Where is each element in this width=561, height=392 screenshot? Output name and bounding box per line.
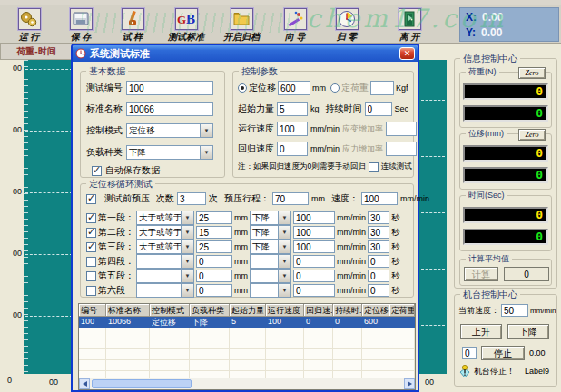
col-header[interactable]: 负载种类 [190, 304, 230, 317]
table-row-selected[interactable]: 100 10066 定位移 下降 5 100 0 0 600 [79, 317, 415, 328]
toolbar-button-exit[interactable]: 离 开 [388, 8, 431, 44]
segment-sec-input[interactable] [368, 240, 389, 253]
segment-checkbox[interactable] [86, 286, 96, 296]
segment-checkbox[interactable] [86, 228, 96, 238]
col-header[interactable]: 持续时.. [333, 304, 362, 317]
toolbar-button-save[interactable]: 保 存 [59, 8, 103, 44]
condition-select[interactable]: 大于或等于 [136, 225, 194, 240]
chevron-down-icon[interactable] [278, 240, 290, 253]
direction-select[interactable]: 下降 [250, 240, 291, 254]
calculate-button[interactable]: 计算 [464, 267, 498, 281]
return-speed-input[interactable] [277, 142, 308, 156]
segment-speed-input[interactable] [293, 226, 335, 239]
toolbar-button-specimen[interactable]: 试 样 [111, 8, 154, 44]
chevron-down-icon[interactable] [181, 226, 193, 239]
fixed-load-radio[interactable] [330, 83, 340, 93]
col-header[interactable]: 起始力量 [230, 304, 266, 317]
fixed-displacement-input[interactable] [278, 81, 310, 95]
fixed-load-input[interactable] [370, 81, 394, 95]
col-header[interactable]: 运行速度 [266, 304, 304, 317]
condition-select[interactable]: 大于或等于 [136, 240, 194, 254]
col-header[interactable]: 定位移 [362, 304, 389, 317]
continuous-test-checkbox[interactable] [369, 162, 379, 172]
col-header[interactable]: 回归速.. [304, 304, 333, 317]
prepress-checkbox[interactable] [86, 194, 96, 204]
direction-select[interactable] [250, 283, 291, 298]
scroll-right-icon[interactable] [404, 378, 415, 389]
chevron-down-icon[interactable] [181, 211, 193, 224]
scroll-left-icon[interactable] [79, 378, 90, 389]
segment-checkbox[interactable] [86, 242, 96, 252]
chevron-down-icon[interactable] [181, 270, 193, 282]
prepress-speed-input[interactable] [361, 192, 398, 205]
chevron-down-icon[interactable] [200, 146, 212, 159]
segment-sec-input[interactable] [368, 270, 389, 282]
dialog-titlebar[interactable]: 系统测试标准 [73, 45, 418, 62]
test-number-input[interactable] [126, 81, 213, 95]
chevron-down-icon[interactable] [278, 270, 290, 282]
up-button[interactable]: 上升 [460, 324, 502, 339]
table-row-empty[interactable] [79, 338, 415, 349]
condition-select[interactable] [136, 254, 194, 269]
load-type-select[interactable]: 下降 [126, 145, 213, 160]
table-row-empty[interactable] [79, 349, 415, 360]
toolbar-button-zero[interactable]: 归 零 [325, 8, 369, 44]
direction-select[interactable] [250, 254, 291, 269]
segment-speed-input[interactable] [293, 284, 335, 297]
control-mode-select[interactable]: 定位移 [126, 123, 213, 138]
down-button[interactable]: 下降 [507, 324, 549, 339]
standard-name-input[interactable] [126, 102, 213, 116]
col-header[interactable]: 标准名称 [106, 304, 150, 317]
direction-select[interactable]: 下降 [250, 211, 291, 225]
toolbar-button-open-archive[interactable]: 开启归档 [218, 8, 265, 44]
segment-speed-input[interactable] [293, 270, 335, 282]
toolbar-button-run[interactable]: 运 行 [7, 8, 51, 44]
condition-select[interactable] [136, 283, 194, 298]
autosave-checkbox[interactable] [92, 166, 102, 176]
col-header[interactable]: 定荷重 [389, 304, 415, 317]
condition-select[interactable] [136, 269, 194, 283]
direction-select[interactable] [250, 269, 291, 283]
run-speed-input[interactable] [277, 122, 308, 136]
toolbar-button-wizard[interactable]: 向 导 [273, 8, 317, 44]
segment-mm-input[interactable] [196, 226, 232, 239]
segment-mm-input[interactable] [196, 270, 232, 282]
segment-mm-input[interactable] [196, 211, 232, 224]
chevron-down-icon[interactable] [181, 284, 193, 297]
table-row-empty[interactable] [79, 328, 415, 338]
fixed-displacement-radio[interactable] [238, 83, 247, 93]
start-force-input[interactable] [277, 102, 308, 116]
segment-mm-input[interactable] [196, 284, 232, 297]
segment-checkbox[interactable] [86, 257, 96, 267]
condition-select[interactable]: 大于或等于 [136, 211, 194, 225]
direction-select[interactable]: 下降 [250, 225, 291, 240]
segment-sec-input[interactable] [368, 255, 389, 268]
segment-speed-input[interactable] [293, 240, 335, 253]
zero-displacement-button[interactable]: Zero [518, 129, 546, 141]
segment-sec-input[interactable] [368, 211, 389, 224]
segment-checkbox[interactable] [86, 213, 96, 223]
chevron-down-icon[interactable] [181, 255, 193, 268]
segment-sec-input[interactable] [368, 284, 389, 297]
duration-input[interactable] [365, 102, 392, 116]
chevron-down-icon[interactable] [278, 211, 290, 224]
current-speed-input[interactable] [501, 304, 528, 317]
segment-mm-input[interactable] [196, 255, 232, 268]
counter-input[interactable] [462, 347, 477, 359]
chevron-down-icon[interactable] [278, 255, 290, 268]
zero-load-button[interactable]: Zero [518, 67, 546, 79]
segment-sec-input[interactable] [368, 226, 389, 239]
table-row-empty[interactable] [79, 360, 415, 371]
close-icon[interactable] [399, 47, 415, 60]
prepress-count-input[interactable] [177, 192, 206, 205]
segment-checkbox[interactable] [86, 271, 96, 281]
chevron-down-icon[interactable] [181, 240, 193, 253]
chevron-down-icon[interactable] [200, 124, 212, 137]
chevron-down-icon[interactable] [278, 284, 290, 297]
chevron-down-icon[interactable] [278, 226, 290, 239]
segment-speed-input[interactable] [293, 255, 335, 268]
segment-speed-input[interactable] [293, 211, 335, 224]
stop-button[interactable]: 停止 [481, 346, 525, 360]
segment-mm-input[interactable] [196, 240, 232, 253]
toolbar-button-test-standard[interactable]: GB 测试标准 [162, 8, 210, 44]
